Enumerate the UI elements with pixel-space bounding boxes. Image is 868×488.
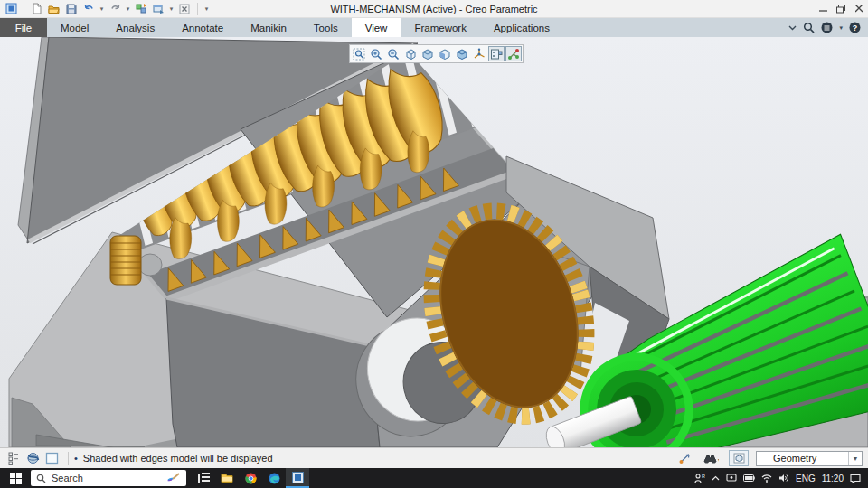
start-button[interactable] — [0, 468, 31, 488]
search-placeholder: Search — [52, 473, 166, 483]
system-tray: R ENG 11:20 — [694, 474, 868, 483]
tab-view[interactable]: View — [352, 18, 401, 37]
window-switch-icon[interactable] — [151, 2, 165, 16]
chrome-button[interactable] — [239, 468, 262, 488]
refit-button[interactable] — [351, 46, 367, 61]
find-icon[interactable]: ▾ — [703, 451, 719, 465]
spin-center-toggle-button[interactable] — [505, 46, 522, 61]
battery-icon[interactable] — [743, 474, 755, 482]
ribbon-options-caret-icon[interactable]: ▾ — [839, 24, 843, 32]
volume-icon[interactable] — [778, 474, 789, 483]
model-tree-toggle-icon[interactable] — [5, 451, 22, 465]
collapse-ribbon-chevron-icon[interactable] — [788, 25, 797, 31]
zoom-in-button[interactable] — [368, 46, 384, 61]
window-caret-icon[interactable]: ▾ — [168, 5, 175, 13]
3d-dragger-icon[interactable] — [676, 451, 693, 465]
tab-annotate[interactable]: Annotate — [168, 18, 237, 37]
status-bullet: • — [74, 453, 78, 464]
graphics-area[interactable] — [0, 37, 868, 447]
creo-parametric-window: ▾ ▾ ▾ ▾ WITH-MECHANISM (Active) - Creo P… — [0, 0, 868, 488]
display-style-button[interactable] — [420, 46, 436, 61]
status-bar: • Shaded with edges model will be displa… — [0, 447, 868, 468]
web-browser-toggle-icon[interactable] — [24, 451, 41, 465]
help-icon[interactable]: ? — [849, 22, 861, 33]
tab-analysis[interactable]: Analysis — [102, 18, 168, 37]
datum-display-filters-button[interactable] — [471, 46, 487, 61]
svg-text:▾: ▾ — [718, 457, 719, 463]
save-icon[interactable] — [64, 2, 79, 16]
wifi-icon[interactable] — [761, 474, 772, 483]
window-controls — [814, 1, 868, 17]
tab-manikin[interactable]: Manikin — [237, 18, 300, 37]
windows-taskbar: Search R — [0, 468, 868, 488]
graphics-toolbar-options-button[interactable] — [488, 46, 505, 61]
minimize-button[interactable] — [814, 1, 832, 17]
in-graphics-toolbar — [349, 44, 524, 63]
svg-text:R: R — [702, 474, 705, 479]
close-button[interactable] — [850, 1, 868, 17]
redo-icon[interactable] — [108, 2, 122, 16]
divider — [197, 3, 198, 15]
action-center-icon[interactable] — [850, 474, 861, 483]
titlebar: ▾ ▾ ▾ ▾ WITH-MECHANISM (Active) - Creo P… — [0, 0, 868, 18]
selection-filter-value: Geometry — [757, 453, 848, 464]
saved-orientations-button[interactable] — [402, 46, 419, 61]
undo-icon[interactable] — [81, 2, 96, 16]
status-message: Shaded with edges model will be displaye… — [83, 453, 273, 464]
quick-access-toolbar: ▾ ▾ ▾ ▾ — [0, 2, 210, 16]
select-box-button[interactable] — [729, 450, 749, 466]
ribbon-display-options-icon[interactable] — [821, 22, 833, 33]
section-view-button[interactable] — [437, 46, 453, 61]
svg-text:?: ? — [853, 23, 858, 33]
clock[interactable]: 11:20 — [822, 474, 844, 483]
tab-tools[interactable]: Tools — [300, 18, 352, 37]
people-icon[interactable]: R — [694, 474, 705, 483]
tab-applications[interactable]: Applications — [480, 18, 563, 37]
model-viewport[interactable] — [0, 37, 868, 447]
combobox-dropdown-icon[interactable]: ▼ — [848, 452, 862, 465]
status-right-controls: ▾ Geometry ▼ — [676, 450, 863, 466]
restore-button[interactable] — [832, 1, 850, 17]
new-file-icon[interactable] — [30, 2, 44, 16]
onedrive-icon[interactable] — [726, 474, 737, 483]
creo-app-button[interactable] — [286, 468, 309, 488]
divider — [24, 3, 24, 15]
close-window-icon[interactable] — [177, 2, 192, 16]
search-icon[interactable] — [803, 22, 815, 33]
task-view-button[interactable] — [192, 468, 215, 488]
paint-brush-icon — [166, 473, 181, 483]
edge-button[interactable] — [262, 468, 286, 488]
language-indicator[interactable]: ENG — [796, 474, 816, 483]
zoom-out-button[interactable] — [385, 46, 401, 61]
tab-file[interactable]: File — [0, 18, 47, 37]
shaded-view-button[interactable] — [454, 46, 470, 61]
undo-caret-icon[interactable]: ▾ — [99, 5, 105, 13]
ribbon-right-icons: ▾ ? — [788, 18, 868, 37]
regenerate-icon[interactable] — [134, 2, 148, 16]
search-icon — [36, 474, 46, 483]
ribbon-tabstrip: File Model Analysis Annotate Manikin Too… — [0, 18, 868, 37]
tab-framework[interactable]: Framework — [401, 18, 480, 37]
redo-caret-icon[interactable]: ▾ — [125, 5, 131, 13]
taskbar-search-input[interactable]: Search — [31, 470, 186, 486]
divider — [68, 452, 69, 465]
app-window-icon[interactable] — [4, 2, 18, 16]
hide-tree-icon[interactable] — [43, 451, 60, 465]
file-explorer-button[interactable] — [215, 468, 239, 488]
open-icon[interactable] — [47, 2, 61, 16]
selection-filter-combobox[interactable]: Geometry ▼ — [756, 451, 863, 466]
qat-customize-icon[interactable]: ▾ — [203, 5, 210, 13]
tab-model[interactable]: Model — [47, 18, 102, 37]
hidden-icons-chevron-icon[interactable] — [712, 475, 720, 481]
